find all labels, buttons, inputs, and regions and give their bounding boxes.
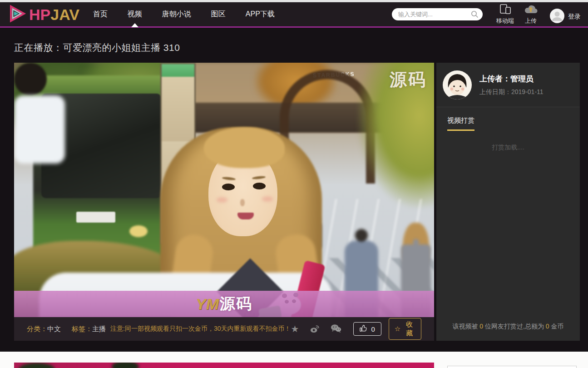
nav-tools: 移动端 上传 登录 [496, 4, 581, 25]
watermark-ym: YM [196, 295, 219, 313]
main-area: 正在播放：可爱漂亮的小姐姐主播 310 STARBUCKS [0, 28, 588, 352]
woman-blush [217, 197, 227, 203]
player-column: STARBUCKS [14, 63, 434, 341]
thumbs-up-icon [360, 324, 367, 333]
video-bottom-watermark-bar: YM 源码 [14, 291, 434, 317]
category-label: 分类： [27, 325, 47, 333]
star-share-icon[interactable]: ★ [291, 324, 299, 333]
next-section [0, 352, 588, 367]
user-avatar-icon [549, 8, 565, 25]
share-icons: ★ [291, 324, 341, 334]
page: HPJAV 首页 视频 唐朝小说 图区 APP下载 [0, 0, 588, 368]
woman-nose [240, 199, 245, 206]
reward-loading-text: 打赏加载.... [436, 144, 580, 152]
sidebar: 上传者：管理员 上传日期：2019-01-11 视频打赏 打赏加载.... 该视… [436, 63, 580, 341]
logo-text: HPJAV [29, 7, 79, 22]
video-info-bar: 分类：中文 标签：主播 注意:同一部视频观看只扣一次金币，30天内重新观看不扣金… [14, 317, 434, 341]
navbar: HPJAV 首页 视频 唐朝小说 图区 APP下载 [0, 2, 588, 28]
tag-group: 标签：主播 [72, 325, 106, 333]
nav-item-novels[interactable]: 唐朝小说 [161, 2, 192, 27]
nav-active-indicator [131, 23, 138, 27]
sidebar-tabs: 视频打赏 [436, 107, 580, 131]
play-logo-icon [7, 5, 27, 25]
uploader-panel: 上传者：管理员 上传日期：2019-01-11 [436, 63, 580, 107]
video-player[interactable]: STARBUCKS [14, 63, 434, 317]
like-button[interactable]: 0 [353, 322, 381, 336]
reward-summary: 该视频被 0 位网友打赏过,总额为 0 金币 [436, 323, 580, 341]
uploader-avatar[interactable] [443, 70, 472, 99]
wechat-icon[interactable] [331, 324, 341, 334]
scene-bystander [14, 95, 65, 164]
login-button[interactable]: 登录 [549, 8, 581, 25]
scene-bystander-hair [14, 63, 47, 95]
weibo-icon[interactable] [310, 324, 320, 334]
favorite-button[interactable]: ☆ 收藏 [389, 318, 421, 340]
nav-item-home[interactable]: 首页 [92, 2, 109, 27]
uploader-info: 上传者：管理员 上传日期：2019-01-11 [479, 74, 544, 96]
cloud-upload-icon [524, 4, 538, 16]
woman-mouth [237, 213, 254, 219]
category-group: 分类：中文 [27, 325, 61, 333]
nav-item-pictures[interactable]: 图区 [210, 2, 227, 27]
next-panel [447, 366, 577, 368]
category-value[interactable]: 中文 [47, 325, 61, 333]
nav-item-videos[interactable]: 视频 [127, 2, 143, 27]
watermark-source: 源码 [220, 293, 252, 314]
next-image-banner[interactable] [14, 363, 434, 368]
tag-label: 标签： [72, 325, 92, 333]
coin-notice-text: 注意:同一部视频观看只扣一次金币，30天内重新观看不扣金币！ [110, 325, 291, 333]
content-row: STARBUCKS [0, 63, 588, 341]
mobile-devices-icon [499, 4, 512, 16]
now-playing-title: 正在播放：可爱漂亮的小姐姐主播 310 [0, 28, 588, 63]
banner-decoration [112, 363, 139, 368]
woman-blush [262, 196, 273, 202]
upload-button[interactable]: 上传 [524, 4, 538, 25]
tab-video-reward[interactable]: 视频打赏 [447, 116, 474, 131]
woman-eye [222, 184, 235, 190]
woman-eye [253, 183, 266, 189]
banner-decoration [19, 363, 55, 368]
search-icon[interactable] [471, 10, 479, 18]
tag-value[interactable]: 主播 [92, 325, 106, 333]
search-input[interactable] [392, 8, 483, 20]
nav-item-app-download[interactable]: APP下载 [245, 2, 276, 27]
uploader-name: 上传者：管理员 [479, 74, 544, 84]
site-logo[interactable]: HPJAV [7, 5, 79, 25]
star-outline-icon: ☆ [395, 325, 400, 333]
mobile-version-button[interactable]: 移动端 [496, 4, 514, 25]
favorite-label: 收藏 [403, 320, 415, 338]
like-count: 0 [371, 325, 375, 333]
watermark-top-right: 源码 [390, 68, 427, 91]
search-box [392, 8, 483, 20]
reward-count: 0 [479, 323, 483, 330]
main-nav: 首页 视频 唐朝小说 图区 APP下载 [92, 2, 276, 27]
reward-amount: 0 [546, 323, 549, 330]
upload-date: 上传日期：2019-01-11 [479, 88, 544, 96]
woman-bangs [204, 127, 285, 168]
